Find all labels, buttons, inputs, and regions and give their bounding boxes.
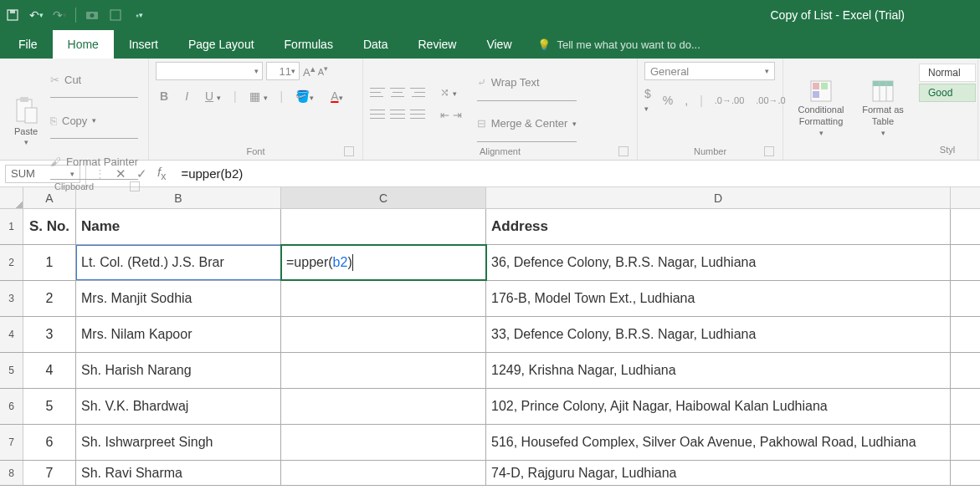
cell-c8[interactable] xyxy=(281,461,486,485)
cell-c4[interactable] xyxy=(281,317,486,352)
cell-b2[interactable]: Lt. Col. (Retd.) J.S. Brar xyxy=(76,245,281,280)
merge-center-button[interactable]: ⊟Merge & Center ▾ xyxy=(477,106,577,142)
cell-c2[interactable]: =upper(b2) xyxy=(281,245,486,280)
cell-a4[interactable]: 3 xyxy=(23,317,76,352)
cell-a8[interactable]: 7 xyxy=(23,461,76,485)
conditional-formatting-button[interactable]: Conditional Formatting▾ xyxy=(790,79,852,136)
cell-d7[interactable]: 516, Housefed Complex, Silver Oak Avenue… xyxy=(486,425,951,460)
save-icon[interactable] xyxy=(5,8,20,23)
font-dialog-launcher[interactable] xyxy=(344,146,354,156)
cell-a3[interactable]: 2 xyxy=(23,281,76,316)
fill-color-button[interactable]: 🪣▾ xyxy=(291,87,318,105)
table-row: 5 4 Sh. Harish Narang 1249, Krishna Naga… xyxy=(0,353,980,389)
cell-b6[interactable]: Sh. V.K. Bhardwaj xyxy=(76,389,281,424)
cell-d4[interactable]: 33, Defence Colony, B.R.S. Nagar, Ludhia… xyxy=(486,317,951,352)
horizontal-align-buttons[interactable] xyxy=(370,108,425,121)
cell-c3[interactable] xyxy=(281,281,486,316)
qat-customize-icon[interactable]: ꞊▾ xyxy=(131,8,146,23)
underline-button[interactable]: U ▾ xyxy=(201,87,225,105)
cut-button[interactable]: ✂Cut xyxy=(50,62,138,98)
cell-d6[interactable]: 102, Prince Colony, Ajit Nagar, Haibowal… xyxy=(486,389,951,424)
cell-b5[interactable]: Sh. Harish Narang xyxy=(76,353,281,388)
cell-b8[interactable]: Sh. Ravi Sharma xyxy=(76,461,281,485)
style-normal[interactable]: Normal xyxy=(919,64,976,82)
font-name-combo[interactable]: ▾ xyxy=(156,62,263,80)
camera-icon[interactable] xyxy=(85,8,100,23)
tab-review[interactable]: Review xyxy=(403,30,472,59)
undo-icon[interactable]: ↶ ▾ xyxy=(28,8,44,23)
group-number: General▾ $ ▾ % , | .0→.00 .00→.0 Number xyxy=(638,59,783,160)
row-header-3[interactable]: 3 xyxy=(0,281,23,316)
col-header-c[interactable]: C xyxy=(281,187,486,208)
quick-access-toolbar: ↶ ▾ ↷ ▾ ꞊▾ xyxy=(5,8,146,23)
cell-c5[interactable] xyxy=(281,353,486,388)
comma-format-button[interactable]: , xyxy=(685,94,688,107)
tab-data[interactable]: Data xyxy=(348,30,403,59)
format-as-table-label: Format as Table xyxy=(855,105,911,126)
row-header-6[interactable]: 6 xyxy=(0,389,23,424)
percent-format-button[interactable]: % xyxy=(663,94,673,107)
cell-b4[interactable]: Mrs. Nilam Kapoor xyxy=(76,317,281,352)
cell-c1[interactable] xyxy=(281,209,486,244)
cell-d5[interactable]: 1249, Krishna Nagar, Ludhiana xyxy=(486,353,951,388)
redo-icon[interactable]: ↷ ▾ xyxy=(52,8,67,23)
cell-c7[interactable] xyxy=(281,425,486,460)
row-header-7[interactable]: 7 xyxy=(0,425,23,460)
grow-shrink-font[interactable]: A▴A▾ xyxy=(303,64,328,79)
border-button[interactable]: ▦ ▾ xyxy=(245,87,272,105)
formula-input[interactable]: =upper(b2) xyxy=(174,166,980,181)
wrap-text-button[interactable]: ⤶Wrap Text xyxy=(477,65,577,101)
tell-me-search[interactable]: 💡 Tell me what you want to do... xyxy=(527,30,711,59)
tab-page-layout[interactable]: Page Layout xyxy=(173,30,269,59)
svg-rect-6 xyxy=(20,97,28,102)
tab-file[interactable]: File xyxy=(3,30,53,59)
cell-d1[interactable]: Address xyxy=(486,209,951,244)
cell-b3[interactable]: Mrs. Manjit Sodhia xyxy=(76,281,281,316)
fx-icon[interactable]: fx xyxy=(157,165,166,182)
alignment-dialog-launcher[interactable] xyxy=(618,146,629,156)
font-size-combo[interactable]: 11▾ xyxy=(266,62,300,80)
row-header-1[interactable]: 1 xyxy=(0,209,23,244)
style-good[interactable]: Good xyxy=(919,84,976,102)
decrease-decimal-button[interactable]: .00→.0 xyxy=(756,95,785,105)
row-header-4[interactable]: 4 xyxy=(0,317,23,352)
format-as-table-button[interactable]: Format as Table▾ xyxy=(855,79,911,136)
font-color-button[interactable]: A▾ xyxy=(326,87,346,105)
orientation-button[interactable]: ⤭ ▾ xyxy=(440,86,462,99)
italic-button[interactable]: I xyxy=(181,87,192,105)
cell-b7[interactable]: Sh. Ishwarpreet Singh xyxy=(76,425,281,460)
cell-a5[interactable]: 4 xyxy=(23,353,76,388)
clipboard-dialog-launcher[interactable] xyxy=(130,181,140,191)
spreadsheet-grid[interactable]: A B C D 1 S. No. Name Address 2 1 Lt. Co… xyxy=(0,187,980,486)
increase-decimal-button[interactable]: .0→.00 xyxy=(715,95,744,105)
paste-button[interactable]: Paste ▾ xyxy=(7,96,45,146)
cell-a1[interactable]: S. No. xyxy=(23,209,76,244)
conditional-formatting-label: Conditional Formatting xyxy=(790,105,852,126)
tab-formulas[interactable]: Formulas xyxy=(269,30,348,59)
svg-rect-13 xyxy=(873,81,893,86)
tab-view[interactable]: View xyxy=(471,30,526,59)
row-header-8[interactable]: 8 xyxy=(0,461,23,485)
number-dialog-launcher[interactable] xyxy=(764,146,774,156)
cell-d2[interactable]: 36, Defence Colony, B.R.S. Nagar, Ludhia… xyxy=(486,245,951,280)
cell-a7[interactable]: 6 xyxy=(23,425,76,460)
number-format-combo[interactable]: General▾ xyxy=(644,62,775,80)
touch-mode-icon[interactable] xyxy=(108,8,123,23)
cell-a6[interactable]: 5 xyxy=(23,389,76,424)
cell-a2[interactable]: 1 xyxy=(23,245,76,280)
row-header-5[interactable]: 5 xyxy=(0,353,23,388)
indent-buttons[interactable]: ⇤ ⇥ xyxy=(440,109,462,121)
tab-home[interactable]: Home xyxy=(53,30,114,59)
cell-d3[interactable]: 176-B, Model Town Ext., Ludhiana xyxy=(486,281,951,316)
accounting-format-button[interactable]: $ ▾ xyxy=(644,87,651,114)
cell-b1[interactable]: Name xyxy=(76,209,281,244)
copy-button[interactable]: ⎘Copy ▾ xyxy=(50,103,138,139)
cell-d8[interactable]: 74-D, Rajguru Nagar, Ludhiana xyxy=(486,461,951,485)
tab-insert[interactable]: Insert xyxy=(114,30,173,59)
row-header-2[interactable]: 2 xyxy=(0,245,23,280)
bold-button[interactable]: B xyxy=(156,87,172,105)
title-bar: ↶ ▾ ↷ ▾ ꞊▾ Copy of List - Excel (Trial) xyxy=(0,0,980,30)
col-header-d[interactable]: D xyxy=(486,187,951,208)
cell-c6[interactable] xyxy=(281,389,486,424)
vertical-align-buttons[interactable] xyxy=(370,86,425,99)
